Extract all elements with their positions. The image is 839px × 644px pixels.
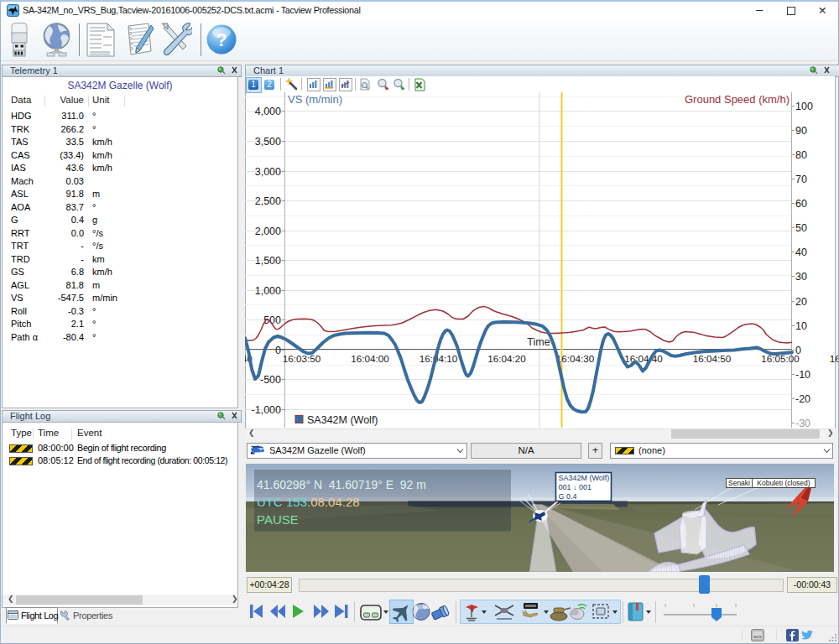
svg-text:16:03:50: 16:03:50 [283, 353, 321, 364]
svg-text:-30: -30 [795, 418, 810, 428]
svg-text:80: 80 [795, 149, 807, 161]
svg-text:-10: -10 [795, 369, 810, 381]
svg-text:2,500: 2,500 [255, 195, 281, 207]
svg-text:16:04:40: 16:04:40 [624, 353, 663, 364]
svg-text:001 ↓ 001: 001 ↓ 001 [559, 483, 592, 491]
svg-text:16:04:50: 16:04:50 [693, 353, 732, 364]
svg-text:16:04:10: 16:04:10 [420, 353, 458, 364]
svg-text:4,000: 4,000 [255, 106, 281, 117]
svg-text:10: 10 [795, 320, 807, 332]
svg-text:16:04:30: 16:04:30 [556, 353, 595, 364]
svg-text:Kobuleti (closed): Kobuleti (closed) [757, 479, 810, 487]
svg-text:100: 100 [795, 101, 813, 112]
svg-text:16:04:00: 16:04:00 [351, 353, 389, 364]
svg-text:16:05:10: 16:05:10 [830, 353, 838, 364]
svg-text:-500: -500 [260, 374, 281, 386]
svg-text:PAUSE: PAUSE [257, 512, 299, 527]
svg-text:41.60298° N 41.60719° E 92 m: 41.60298° N 41.60719° E 92 m [257, 478, 426, 491]
svg-text:50: 50 [795, 222, 807, 234]
svg-text:?: ? [216, 29, 227, 50]
svg-text:60: 60 [795, 198, 807, 210]
svg-text:20: 20 [795, 296, 807, 308]
svg-text:SA342M (Wolf): SA342M (Wolf) [559, 474, 610, 482]
svg-text:-1,000: -1,000 [252, 404, 281, 416]
svg-text:Time: Time [527, 336, 550, 348]
svg-text:SA342M (Wolf): SA342M (Wolf) [307, 414, 378, 426]
svg-text:0: 0 [275, 345, 281, 356]
svg-text:acs: acs [753, 634, 761, 639]
svg-text:90: 90 [795, 125, 807, 137]
svg-text:Ground Speed (km/h): Ground Speed (km/h) [685, 93, 789, 106]
svg-text:-20: -20 [795, 393, 810, 405]
svg-text:VS (m/min): VS (m/min) [288, 93, 342, 106]
svg-text:70: 70 [795, 174, 807, 185]
svg-text:G 0.4: G 0.4 [559, 492, 577, 501]
svg-text:1,000: 1,000 [255, 285, 281, 297]
svg-text:3,000: 3,000 [255, 166, 281, 178]
svg-text:Senaki: Senaki [728, 479, 750, 487]
svg-text:UTC 153.08:04:28: UTC 153.08:04:28 [257, 495, 360, 509]
svg-text:1,500: 1,500 [255, 255, 281, 267]
svg-text:3,500: 3,500 [255, 136, 281, 148]
svg-text:40: 40 [795, 247, 807, 258]
svg-text:30: 30 [795, 271, 807, 283]
svg-text:2,000: 2,000 [255, 226, 281, 237]
svg-text:16:04:20: 16:04:20 [487, 353, 526, 364]
